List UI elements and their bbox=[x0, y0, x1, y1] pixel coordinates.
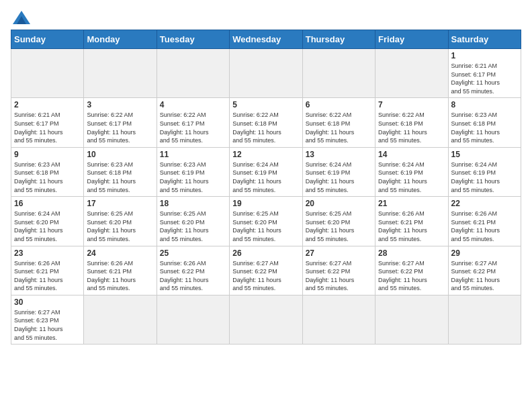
calendar-cell: 24Sunrise: 6:26 AM Sunset: 6:21 PM Dayli… bbox=[84, 246, 157, 295]
day-number: 5 bbox=[232, 100, 299, 109]
calendar-table: SundayMondayTuesdayWednesdayThursdayFrid… bbox=[11, 30, 521, 345]
calendar-cell: 28Sunrise: 6:27 AM Sunset: 6:22 PM Dayli… bbox=[375, 246, 448, 295]
day-info: Sunrise: 6:27 AM Sunset: 6:22 PM Dayligh… bbox=[306, 259, 372, 293]
calendar-cell: 30Sunrise: 6:27 AM Sunset: 6:23 PM Dayli… bbox=[11, 295, 84, 344]
calendar-cell: 16Sunrise: 6:24 AM Sunset: 6:20 PM Dayli… bbox=[11, 197, 84, 246]
calendar-cell: 23Sunrise: 6:26 AM Sunset: 6:21 PM Dayli… bbox=[11, 246, 84, 295]
calendar-cell: 15Sunrise: 6:24 AM Sunset: 6:19 PM Dayli… bbox=[448, 147, 521, 196]
calendar-cell: 13Sunrise: 6:24 AM Sunset: 6:19 PM Dayli… bbox=[302, 147, 375, 196]
day-info: Sunrise: 6:22 AM Sunset: 6:17 PM Dayligh… bbox=[160, 111, 226, 144]
calendar-cell bbox=[230, 295, 302, 344]
page-header bbox=[11, 11, 521, 24]
calendar-cell: 14Sunrise: 6:24 AM Sunset: 6:19 PM Dayli… bbox=[375, 147, 448, 196]
calendar-week-row: 30Sunrise: 6:27 AM Sunset: 6:23 PM Dayli… bbox=[11, 295, 521, 344]
day-number: 1 bbox=[451, 51, 518, 60]
day-number: 3 bbox=[87, 100, 153, 109]
calendar-cell: 19Sunrise: 6:25 AM Sunset: 6:20 PM Dayli… bbox=[230, 197, 302, 246]
calendar-cell bbox=[302, 295, 375, 344]
day-number: 15 bbox=[451, 150, 518, 159]
day-number: 26 bbox=[232, 248, 299, 258]
calendar-week-row: 23Sunrise: 6:26 AM Sunset: 6:21 PM Dayli… bbox=[11, 246, 521, 295]
day-header-thursday: Thursday bbox=[302, 30, 375, 49]
day-info: Sunrise: 6:23 AM Sunset: 6:18 PM Dayligh… bbox=[451, 111, 518, 144]
logo bbox=[11, 11, 30, 24]
day-info: Sunrise: 6:24 AM Sunset: 6:19 PM Dayligh… bbox=[306, 161, 372, 194]
calendar-cell: 21Sunrise: 6:26 AM Sunset: 6:21 PM Dayli… bbox=[375, 197, 448, 246]
calendar-cell bbox=[157, 295, 229, 344]
day-info: Sunrise: 6:27 AM Sunset: 6:22 PM Dayligh… bbox=[451, 259, 518, 293]
day-number: 7 bbox=[378, 100, 445, 109]
calendar-cell: 1Sunrise: 6:21 AM Sunset: 6:17 PM Daylig… bbox=[448, 49, 521, 98]
day-number: 22 bbox=[451, 199, 518, 208]
day-info: Sunrise: 6:24 AM Sunset: 6:19 PM Dayligh… bbox=[378, 161, 445, 194]
calendar-cell bbox=[302, 49, 375, 98]
day-info: Sunrise: 6:25 AM Sunset: 6:20 PM Dayligh… bbox=[232, 210, 299, 243]
calendar-cell: 11Sunrise: 6:23 AM Sunset: 6:19 PM Dayli… bbox=[157, 147, 229, 196]
day-info: Sunrise: 6:26 AM Sunset: 6:21 PM Dayligh… bbox=[14, 259, 81, 293]
day-info: Sunrise: 6:23 AM Sunset: 6:18 PM Dayligh… bbox=[14, 161, 81, 194]
day-number: 21 bbox=[378, 199, 445, 208]
day-info: Sunrise: 6:27 AM Sunset: 6:23 PM Dayligh… bbox=[14, 308, 81, 342]
calendar-cell: 12Sunrise: 6:24 AM Sunset: 6:19 PM Dayli… bbox=[230, 147, 302, 196]
calendar-cell: 17Sunrise: 6:25 AM Sunset: 6:20 PM Dayli… bbox=[84, 197, 157, 246]
calendar-cell: 25Sunrise: 6:26 AM Sunset: 6:22 PM Dayli… bbox=[157, 246, 229, 295]
calendar-cell: 3Sunrise: 6:22 AM Sunset: 6:17 PM Daylig… bbox=[84, 98, 157, 147]
day-header-wednesday: Wednesday bbox=[230, 30, 302, 49]
day-info: Sunrise: 6:23 AM Sunset: 6:18 PM Dayligh… bbox=[87, 161, 153, 194]
day-number: 29 bbox=[451, 248, 518, 258]
calendar-cell bbox=[11, 49, 84, 98]
day-info: Sunrise: 6:26 AM Sunset: 6:22 PM Dayligh… bbox=[160, 259, 226, 293]
calendar-cell: 8Sunrise: 6:23 AM Sunset: 6:18 PM Daylig… bbox=[448, 98, 521, 147]
calendar-week-row: 1Sunrise: 6:21 AM Sunset: 6:17 PM Daylig… bbox=[11, 49, 521, 98]
calendar-header-row: SundayMondayTuesdayWednesdayThursdayFrid… bbox=[11, 30, 521, 49]
day-number: 20 bbox=[306, 199, 372, 208]
day-info: Sunrise: 6:26 AM Sunset: 6:21 PM Dayligh… bbox=[87, 259, 153, 293]
day-number: 9 bbox=[14, 150, 81, 159]
day-info: Sunrise: 6:24 AM Sunset: 6:19 PM Dayligh… bbox=[451, 161, 518, 194]
calendar-cell: 20Sunrise: 6:25 AM Sunset: 6:20 PM Dayli… bbox=[302, 197, 375, 246]
day-header-sunday: Sunday bbox=[11, 30, 84, 49]
day-number: 30 bbox=[14, 298, 81, 307]
day-number: 13 bbox=[306, 150, 372, 159]
day-info: Sunrise: 6:26 AM Sunset: 6:21 PM Dayligh… bbox=[378, 210, 445, 243]
calendar-cell: 6Sunrise: 6:22 AM Sunset: 6:18 PM Daylig… bbox=[302, 98, 375, 147]
day-info: Sunrise: 6:25 AM Sunset: 6:20 PM Dayligh… bbox=[306, 210, 372, 243]
day-header-tuesday: Tuesday bbox=[157, 30, 229, 49]
calendar-cell: 27Sunrise: 6:27 AM Sunset: 6:22 PM Dayli… bbox=[302, 246, 375, 295]
day-info: Sunrise: 6:21 AM Sunset: 6:17 PM Dayligh… bbox=[14, 111, 81, 144]
day-header-saturday: Saturday bbox=[448, 30, 521, 49]
day-info: Sunrise: 6:22 AM Sunset: 6:17 PM Dayligh… bbox=[87, 111, 153, 144]
day-number: 14 bbox=[378, 150, 445, 159]
calendar-cell bbox=[84, 49, 157, 98]
calendar-cell: 9Sunrise: 6:23 AM Sunset: 6:18 PM Daylig… bbox=[11, 147, 84, 196]
day-number: 23 bbox=[14, 248, 81, 258]
day-header-friday: Friday bbox=[375, 30, 448, 49]
calendar-cell: 10Sunrise: 6:23 AM Sunset: 6:18 PM Dayli… bbox=[84, 147, 157, 196]
calendar-week-row: 9Sunrise: 6:23 AM Sunset: 6:18 PM Daylig… bbox=[11, 147, 521, 196]
calendar-cell bbox=[230, 49, 302, 98]
logo-icon bbox=[13, 11, 30, 24]
calendar-week-row: 16Sunrise: 6:24 AM Sunset: 6:20 PM Dayli… bbox=[11, 197, 521, 246]
day-number: 4 bbox=[160, 100, 226, 109]
day-info: Sunrise: 6:27 AM Sunset: 6:22 PM Dayligh… bbox=[378, 259, 445, 293]
day-number: 17 bbox=[87, 199, 153, 208]
day-info: Sunrise: 6:23 AM Sunset: 6:19 PM Dayligh… bbox=[160, 161, 226, 194]
day-header-monday: Monday bbox=[84, 30, 157, 49]
day-number: 24 bbox=[87, 248, 153, 258]
calendar-cell: 7Sunrise: 6:22 AM Sunset: 6:18 PM Daylig… bbox=[375, 98, 448, 147]
day-number: 11 bbox=[160, 150, 226, 159]
day-info: Sunrise: 6:22 AM Sunset: 6:18 PM Dayligh… bbox=[306, 111, 372, 144]
day-number: 27 bbox=[306, 248, 372, 258]
day-info: Sunrise: 6:21 AM Sunset: 6:17 PM Dayligh… bbox=[451, 62, 518, 95]
day-number: 2 bbox=[14, 100, 81, 109]
day-number: 18 bbox=[160, 199, 226, 208]
calendar-cell: 5Sunrise: 6:22 AM Sunset: 6:18 PM Daylig… bbox=[230, 98, 302, 147]
day-number: 12 bbox=[232, 150, 299, 159]
day-info: Sunrise: 6:22 AM Sunset: 6:18 PM Dayligh… bbox=[378, 111, 445, 144]
day-number: 6 bbox=[306, 100, 372, 109]
calendar-cell bbox=[84, 295, 157, 344]
day-info: Sunrise: 6:26 AM Sunset: 6:21 PM Dayligh… bbox=[451, 210, 518, 243]
calendar-cell: 2Sunrise: 6:21 AM Sunset: 6:17 PM Daylig… bbox=[11, 98, 84, 147]
day-info: Sunrise: 6:27 AM Sunset: 6:22 PM Dayligh… bbox=[232, 259, 299, 293]
day-number: 16 bbox=[14, 199, 81, 208]
